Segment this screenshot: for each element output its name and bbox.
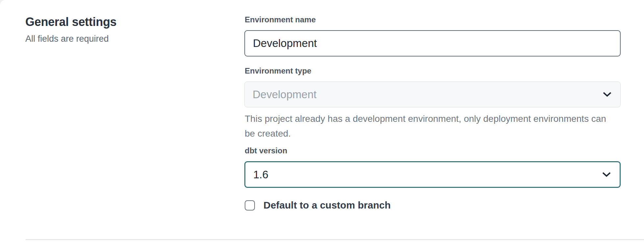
environment-name-label: Environment name xyxy=(245,15,621,24)
general-settings-section: General settings All fields are required… xyxy=(0,0,644,243)
dbt-version-field: dbt version 1.6 xyxy=(244,146,621,188)
environment-type-label: Environment type xyxy=(245,66,621,76)
chevron-down-icon xyxy=(602,172,611,177)
environment-type-select: Development xyxy=(244,81,621,107)
section-divider xyxy=(26,239,644,240)
section-subtitle: All fields are required xyxy=(25,34,244,44)
dbt-version-value: 1.6 xyxy=(253,168,268,181)
environment-name-input[interactable] xyxy=(244,30,621,56)
settings-form: Environment name Environment type Develo… xyxy=(244,15,621,243)
custom-branch-row: Default to a custom branch xyxy=(244,200,621,211)
settings-card: General settings All fields are required… xyxy=(0,0,644,243)
dbt-version-label: dbt version xyxy=(245,146,621,155)
page-title: General settings xyxy=(25,15,244,29)
custom-branch-checkbox[interactable] xyxy=(245,200,255,210)
environment-type-help-text: This project already has a development e… xyxy=(245,111,615,141)
environment-type-value: Development xyxy=(253,88,316,101)
custom-branch-label[interactable]: Default to a custom branch xyxy=(263,200,391,211)
environment-type-field: Environment type Development This projec… xyxy=(244,66,621,141)
dbt-version-select[interactable]: 1.6 xyxy=(244,161,621,188)
environment-name-field: Environment name xyxy=(244,15,621,56)
chevron-down-icon xyxy=(603,92,612,97)
section-header: General settings All fields are required xyxy=(25,15,244,243)
